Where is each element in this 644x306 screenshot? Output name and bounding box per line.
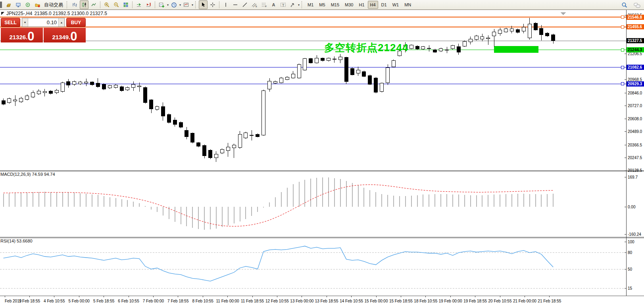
time-tick-label: 7 Feb 18:55	[167, 299, 189, 303]
cursor-icon[interactable]	[199, 0, 208, 9]
chevron-down-icon[interactable]: ▾	[167, 3, 169, 7]
trendline-icon[interactable]	[240, 0, 249, 9]
tab-mn[interactable]: MN	[402, 1, 413, 9]
level-handle[interactable]	[621, 25, 624, 28]
tab-m1[interactable]: M1	[305, 1, 316, 9]
time-tick-label: 15 Feb 18:55	[389, 299, 413, 303]
line-chart-icon[interactable]	[89, 0, 98, 9]
tab-m30[interactable]: M30	[342, 1, 356, 9]
volume-decrease-icon[interactable]: ▼	[22, 18, 28, 27]
level-handle[interactable]	[621, 48, 624, 51]
template-icon[interactable]	[182, 0, 190, 9]
zoom-out-icon[interactable]	[112, 0, 121, 9]
tab-w1[interactable]: W1	[390, 1, 402, 9]
macd-tick-label: -160.24	[628, 232, 641, 237]
time-tick-label: 4 Feb 10:55	[44, 299, 65, 303]
candle-body	[55, 90, 58, 93]
volume-increase-icon[interactable]: ▲	[58, 18, 64, 27]
level-handle[interactable]	[621, 66, 624, 69]
time-tick-label: 11 Feb 00:00	[216, 299, 239, 303]
volume-input[interactable]	[28, 18, 58, 27]
alerts-folder-icon[interactable]	[33, 0, 42, 9]
channel-icon[interactable]: E	[250, 0, 259, 9]
candle-body	[31, 92, 35, 97]
candle-body	[433, 50, 437, 52]
tab-m15[interactable]: M15	[329, 1, 342, 9]
rsi-tick-label: 15	[628, 286, 632, 291]
toolbar-grip	[195, 1, 197, 8]
arrows-icon[interactable]	[288, 0, 297, 9]
auto-scroll-icon[interactable]	[135, 0, 143, 9]
candle-body	[421, 47, 425, 49]
tab-d1[interactable]: D1	[379, 1, 389, 9]
buy-quote-button[interactable]: 21349.0	[44, 28, 86, 42]
candle-body	[321, 58, 325, 61]
tab-h1[interactable]: H1	[356, 1, 367, 9]
time-tick-label: 13 Feb 18:55	[315, 299, 338, 303]
add-indicator-icon[interactable]	[157, 0, 166, 9]
candle-body	[368, 75, 372, 84]
candle-body	[285, 77, 289, 79]
one-click-trading-panel: SELL ▼ ▲ BUY 21326.0 21349.0	[1, 18, 86, 42]
candle-body	[120, 87, 123, 90]
periods-clock-icon[interactable]	[169, 0, 178, 9]
candlestick-chart-icon[interactable]	[80, 0, 88, 9]
signals-icon[interactable]	[23, 0, 32, 9]
time-tick-label: 14 Feb 10:55	[340, 299, 363, 303]
buy-button[interactable]: BUY	[66, 18, 86, 27]
text-icon[interactable]: A	[269, 0, 278, 9]
tab-h4[interactable]: H4	[368, 1, 378, 9]
chart-symbol-period: JPN225-,H4	[6, 11, 32, 16]
sell-quote-button[interactable]: 21326.0	[1, 28, 43, 42]
terminal-icon[interactable]	[14, 0, 23, 9]
svg-text:E: E	[256, 5, 257, 8]
highlight-rectangle[interactable]	[494, 46, 538, 53]
text-label-icon[interactable]: T	[279, 0, 287, 9]
autotrading-button[interactable]: 自动交易	[42, 2, 65, 8]
chart-shift-icon[interactable]	[144, 0, 153, 9]
chevron-down-icon[interactable]: ▾	[179, 3, 181, 7]
level-handle[interactable]	[621, 83, 624, 85]
zoom-in-icon[interactable]	[102, 0, 111, 9]
candle-body	[546, 33, 549, 36]
candle-body	[138, 86, 141, 87]
candle-body	[291, 74, 295, 78]
candle-body	[457, 47, 460, 52]
time-tick-label: 15 Feb 00:00	[365, 299, 388, 303]
chart-title: JPN225-,H4 21385.0 21392.5 21300.0 21327…	[1, 11, 107, 16]
candle-body	[67, 82, 70, 85]
sell-button[interactable]: SELL	[1, 18, 20, 27]
horizontal-line-icon[interactable]	[231, 0, 240, 9]
candle-body	[392, 60, 395, 67]
market-icon[interactable]	[4, 0, 13, 9]
chart-shift-marker[interactable]	[560, 12, 566, 15]
main-toolbar: 自动交易 ▾ ▾	[0, 0, 644, 10]
tab-m5[interactable]: M5	[317, 1, 327, 9]
search-icon[interactable]	[620, 1, 629, 10]
chart-ohlc-values: 21385.0 21392.5 21300.0 21327.5	[34, 11, 107, 16]
vertical-line-icon[interactable]	[221, 0, 230, 9]
candle-body	[244, 133, 248, 138]
candle-body	[481, 37, 484, 39]
candle-body	[333, 59, 336, 60]
chat-icon[interactable]	[633, 1, 642, 10]
time-tick-label: 11 Feb 18:55	[241, 299, 264, 303]
chart-canvas[interactable]: 21563.521206.520968.520846.020727.020608…	[0, 0, 644, 306]
candle-body	[256, 134, 260, 137]
candle-body	[463, 41, 466, 46]
crosshair-icon[interactable]	[208, 0, 217, 9]
price-tick-label: 20128.5	[628, 168, 642, 173]
tile-windows-icon[interactable]	[121, 0, 130, 9]
rsi-tick-label: 50	[628, 267, 632, 271]
candle-body	[238, 134, 242, 148]
chevron-down-icon[interactable]: ▾	[298, 3, 300, 7]
fibonacci-icon[interactable]: F	[260, 0, 268, 9]
chevron-down-icon[interactable]: ▾	[192, 3, 193, 7]
candle-body	[510, 29, 513, 31]
chart-annotation-text: 多空转折点21244	[324, 41, 408, 55]
candle-body	[19, 98, 23, 102]
candle-body	[144, 87, 147, 103]
price-badge-label: 21082.6	[628, 65, 642, 69]
level-handle[interactable]	[621, 16, 624, 19]
bar-chart-icon[interactable]	[70, 0, 79, 9]
